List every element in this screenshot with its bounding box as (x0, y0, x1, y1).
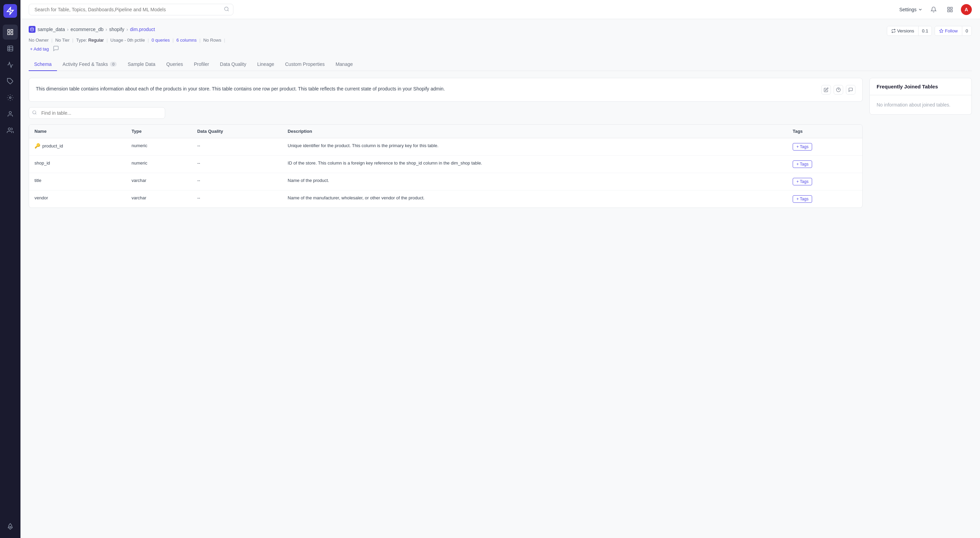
col-tags-product-id: + Tags (787, 138, 862, 156)
metadata-row: No Owner | No Tier | Type: Regular | Usa… (29, 38, 972, 43)
svg-point-12 (10, 526, 11, 527)
breadcrumb-sample-data[interactable]: sample_data (38, 27, 65, 32)
tab-bar: Schema Activity Feed & Tasks 0 Sample Da… (29, 58, 972, 71)
sidebar-item-chart[interactable] (3, 57, 18, 72)
app-logo[interactable] (3, 4, 17, 18)
col-header-quality: Data Quality (192, 124, 282, 138)
versions-label[interactable]: Versions (887, 26, 919, 35)
add-tag-button[interactable]: + Add tag (29, 46, 50, 52)
follow-count: 0 (962, 26, 972, 35)
sidebar (0, 0, 21, 538)
col-tags-shop-id: + Tags (787, 156, 862, 173)
svg-rect-3 (11, 33, 13, 35)
activity-feed-badge: 0 (110, 62, 117, 67)
col-desc-vendor: Name of the manufacturer, wholesaler, or… (282, 191, 787, 208)
table-row: title varchar -- Name of the product. + … (29, 173, 862, 191)
col-type-vendor: varchar (126, 191, 192, 208)
svg-point-23 (33, 111, 36, 114)
col-type-title: varchar (126, 173, 192, 191)
breadcrumb: sample_data › ecommerce_db › shopify › d… (29, 26, 155, 33)
col-name-shop-id: shop_id (35, 161, 121, 166)
col-name-title: title (35, 178, 121, 183)
breadcrumb-dim-product[interactable]: dim.product (130, 27, 155, 32)
col-name-vendor: vendor (35, 195, 121, 201)
sidebar-item-rocket[interactable] (3, 519, 18, 534)
tab-manage[interactable]: Manage (330, 58, 358, 71)
schema-content: This dimension table contains informatio… (29, 78, 972, 208)
sidebar-item-settings-gear[interactable] (3, 90, 18, 105)
sidebar-item-puzzle[interactable] (3, 74, 18, 89)
joined-tables-box: Frequently Joined Tables No information … (869, 78, 972, 115)
add-tags-vendor[interactable]: + Tags (793, 195, 812, 203)
add-tags-title[interactable]: + Tags (793, 178, 812, 185)
question-button[interactable] (834, 85, 843, 95)
svg-point-10 (9, 111, 11, 114)
tab-sample-data[interactable]: Sample Data (122, 58, 161, 71)
col-name-product-id: 🔑 product_id (35, 143, 121, 148)
svg-point-11 (8, 128, 11, 131)
col-tags-title: + Tags (787, 173, 862, 191)
header-actions: Versions 0.1 Follow 0 (887, 26, 972, 36)
tab-profiler[interactable]: Profiler (188, 58, 214, 71)
breadcrumb-ecommerce-db[interactable]: ecommerce_db (71, 27, 104, 32)
data-table: Name Type Data Quality Description Tags (29, 124, 862, 208)
edit-description-button[interactable] (821, 85, 831, 95)
search-box (29, 4, 234, 15)
version-number: 0.1 (919, 26, 932, 35)
col-quality-title: -- (192, 173, 282, 191)
svg-rect-0 (8, 30, 10, 32)
svg-point-19 (31, 28, 34, 29)
key-icon: 🔑 (35, 143, 40, 148)
tab-queries[interactable]: Queries (161, 58, 188, 71)
schema-sidebar: Frequently Joined Tables No information … (869, 78, 972, 208)
col-header-tags: Tags (787, 124, 862, 138)
col-quality-shop-id: -- (192, 156, 282, 173)
sidebar-item-home[interactable] (3, 25, 18, 40)
global-search-input[interactable] (29, 4, 234, 15)
col-type-shop-id: numeric (126, 156, 192, 173)
svg-rect-2 (8, 33, 10, 35)
tab-lineage[interactable]: Lineage (252, 58, 280, 71)
svg-line-14 (228, 10, 229, 11)
add-tags-shop-id[interactable]: + Tags (793, 161, 812, 168)
topbar: Settings A (21, 0, 980, 19)
tab-activity-feed[interactable]: Activity Feed & Tasks 0 (57, 58, 122, 71)
table-row: vendor varchar -- Name of the manufactur… (29, 191, 862, 208)
tab-data-quality[interactable]: Data Quality (215, 58, 252, 71)
follow-label[interactable]: Follow (935, 26, 962, 35)
svg-rect-15 (948, 7, 949, 9)
search-icon (224, 6, 229, 13)
tab-custom-properties[interactable]: Custom Properties (280, 58, 330, 71)
breadcrumb-shopify[interactable]: shopify (109, 27, 124, 32)
find-in-table-input[interactable] (29, 107, 165, 119)
chat-icon[interactable] (53, 45, 59, 53)
sidebar-item-group[interactable] (3, 123, 18, 138)
main-container: Settings A (21, 0, 980, 538)
chat-description-button[interactable] (846, 85, 856, 95)
schema-main: This dimension table contains informatio… (29, 78, 862, 208)
db-icon (29, 26, 35, 33)
user-avatar[interactable]: A (961, 4, 972, 15)
col-header-name: Name (29, 124, 126, 138)
topbar-right: Settings A (899, 4, 972, 15)
settings-button[interactable]: Settings (899, 7, 923, 12)
col-header-description: Description (282, 124, 787, 138)
joined-tables-title: Frequently Joined Tables (870, 78, 972, 95)
col-desc-shop-id: ID of the store. This column is a foreig… (282, 156, 787, 173)
versions-button[interactable]: Versions 0.1 (887, 26, 932, 36)
svg-rect-18 (951, 10, 952, 12)
description-box: This dimension table contains informatio… (29, 78, 862, 102)
table-search-icon (32, 110, 37, 116)
col-type-product-id: numeric (126, 138, 192, 156)
sidebar-item-table[interactable] (3, 41, 18, 56)
table-row: 🔑 product_id numeric -- Unique identifie… (29, 138, 862, 156)
svg-point-9 (10, 97, 11, 99)
sidebar-item-users[interactable] (3, 107, 18, 121)
add-tags-product-id[interactable]: + Tags (793, 143, 812, 151)
notifications-icon[interactable] (928, 4, 939, 15)
table-search (29, 107, 862, 119)
col-desc-title: Name of the product. (282, 173, 787, 191)
grid-icon[interactable] (945, 4, 955, 15)
tab-schema[interactable]: Schema (29, 58, 57, 71)
follow-button[interactable]: Follow 0 (935, 26, 972, 36)
